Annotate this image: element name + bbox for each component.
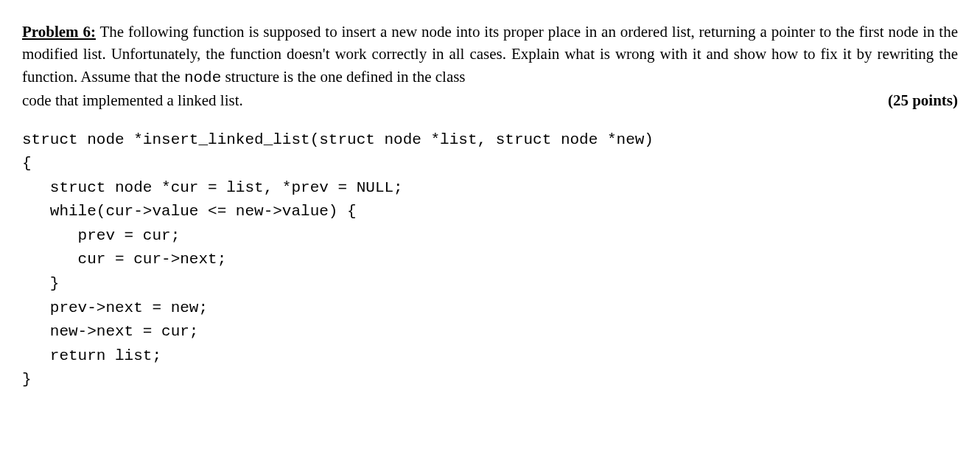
problem-text-part1: The following function is supposed to in…: [22, 23, 958, 86]
code-block: struct node *insert_linked_list(struct n…: [22, 128, 958, 392]
problem-last-line: code that implemented a linked list. (25…: [22, 89, 958, 111]
problem-label: Problem 6:: [22, 23, 96, 41]
problem-text-part2: structure is the one defined in the clas…: [221, 68, 465, 86]
problem-statement: Problem 6: The following function is sup…: [22, 21, 958, 112]
inline-code-node: node: [184, 69, 221, 86]
problem-last-line-text: code that implemented a linked list.: [22, 89, 243, 111]
points-label: (25 points): [888, 89, 958, 111]
